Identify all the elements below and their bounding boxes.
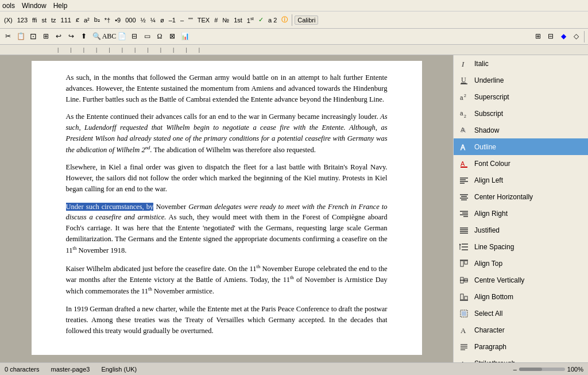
menu-item-align-top[interactable]: Align Top xyxy=(454,255,588,272)
paragraph-icon xyxy=(458,341,470,353)
tb2-grid[interactable]: ⊞ xyxy=(532,31,544,42)
menu-item-centre-v[interactable]: Centre Vertically xyxy=(454,272,588,288)
tb2-search[interactable]: 🔍 xyxy=(91,31,102,42)
tb2-special2[interactable]: ⊠ xyxy=(167,31,178,42)
menu-item-underline[interactable]: U Underline xyxy=(454,72,588,88)
tb-star[interactable]: *† xyxy=(103,16,112,24)
menu-item-italic[interactable]: I Italic xyxy=(454,55,588,72)
tb-hash[interactable]: # xyxy=(212,16,219,24)
tb2-redo[interactable]: ↪ xyxy=(65,31,77,42)
tb-x[interactable]: (X) xyxy=(2,16,14,24)
menu-item-outline[interactable]: A Outline xyxy=(454,138,588,155)
menu-item-align-right[interactable]: Align Right xyxy=(454,205,588,222)
menu-item-align-left[interactable]: Align Left xyxy=(454,172,588,188)
tb-st[interactable]: st xyxy=(40,16,48,24)
svg-marker-32 xyxy=(459,243,461,245)
toolbar-1: (X) 123 ffi st tz 111 ȼ a² b₂ *† •9 000 … xyxy=(0,11,588,29)
tb2-spell[interactable]: ABC xyxy=(103,31,115,42)
tb2-chart[interactable]: 📊 xyxy=(179,31,191,42)
menu-window[interactable]: Window xyxy=(22,2,47,10)
svg-rect-43 xyxy=(462,311,466,316)
tb2-insert[interactable]: 📄 xyxy=(116,31,127,42)
tb-1st[interactable]: 1st xyxy=(232,16,244,24)
tb2-color[interactable]: ◆ xyxy=(558,31,569,42)
toolbar-sep-1 xyxy=(292,14,292,26)
strikethrough-label: Strikethrough xyxy=(474,359,583,363)
status-chars: 0 characters xyxy=(5,366,40,373)
menu-item-align-bottom[interactable]: Align Bottom xyxy=(454,288,588,305)
tb-half[interactable]: ½ xyxy=(139,16,148,24)
tb2-scissors[interactable]: ✂ xyxy=(2,31,14,42)
tb2-frame[interactable]: ▭ xyxy=(141,31,153,42)
menu-item-font-colour[interactable]: A Font Colour xyxy=(454,155,588,172)
line-spacing-label: Line Spacing xyxy=(474,243,583,251)
tb-quotes[interactable]: "" xyxy=(187,16,195,24)
tb-dash[interactable]: – xyxy=(179,16,185,24)
tb2-fill[interactable]: ◇ xyxy=(570,31,582,42)
paragraph-5: Kaiser Wilhelm abdicated just before the… xyxy=(66,263,388,297)
italic-icon: I xyxy=(458,58,470,69)
tb-bullet9[interactable]: •9 xyxy=(113,16,122,24)
menu-item-line-spacing[interactable]: Line Spacing xyxy=(454,238,588,255)
tb2-grid2[interactable]: ⊟ xyxy=(545,31,556,42)
tb-1st-sup[interactable]: 1st xyxy=(245,16,256,25)
menu-item-shadow[interactable]: A A Shadow xyxy=(454,122,588,138)
menu-item-paragraph[interactable]: Paragraph xyxy=(454,338,588,355)
svg-text:a: a xyxy=(460,110,463,117)
tb2-copy[interactable]: 📋 xyxy=(15,31,26,42)
tb-quarter[interactable]: ¼ xyxy=(149,16,157,24)
tb-a2[interactable]: a² xyxy=(82,16,91,24)
tb-0[interactable]: ø xyxy=(158,16,166,24)
tb-check[interactable]: ✓ xyxy=(257,16,265,24)
tb-b2[interactable]: b₂ xyxy=(92,16,102,24)
menu-item-select-all[interactable]: Select All xyxy=(454,305,588,322)
menu-item-justified[interactable]: Justified xyxy=(454,222,588,238)
tb-font-name[interactable]: Calibri xyxy=(295,16,318,25)
justified-label: Justified xyxy=(474,226,583,234)
tb-000[interactable]: 000 xyxy=(123,16,137,24)
outline-icon: A xyxy=(458,141,470,153)
tb-111[interactable]: 111 xyxy=(59,16,73,24)
italic-label: Italic xyxy=(474,60,583,68)
superscript-icon: a 2 xyxy=(458,91,470,103)
tb-ffi[interactable]: ffi xyxy=(30,16,38,24)
center-h-icon xyxy=(458,191,470,203)
menu-item-character[interactable]: A Character xyxy=(454,322,588,338)
paragraph-1: As such, in the months that followed the… xyxy=(66,72,388,105)
menu-tools[interactable]: ools xyxy=(2,2,15,10)
tb2-table[interactable]: ⊟ xyxy=(129,31,140,42)
tb-info[interactable]: ⓘ xyxy=(280,15,289,25)
underline-icon: U xyxy=(458,75,470,86)
tb-tz[interactable]: tz xyxy=(49,16,58,24)
menu-item-center-h[interactable]: Center Horizontally xyxy=(454,188,588,205)
subscript-label: Subscript xyxy=(474,110,583,118)
font-colour-icon: A xyxy=(458,158,470,169)
justified-icon xyxy=(458,225,470,236)
document-area[interactable]: As such, in the months that followed the… xyxy=(0,55,453,362)
align-left-label: Align Left xyxy=(474,176,583,184)
tb-tex[interactable]: TEX xyxy=(196,16,211,24)
tb2-special[interactable]: Ω xyxy=(154,31,165,42)
menu-bar: ools Window Help xyxy=(0,0,588,11)
zoom-bar[interactable] xyxy=(519,368,565,371)
paragraph-label: Paragraph xyxy=(474,343,583,351)
tb2-undo[interactable]: ↩ xyxy=(53,31,64,42)
tb-no[interactable]: № xyxy=(220,16,231,24)
tb-dash1[interactable]: –1 xyxy=(167,16,177,24)
tb2-paste[interactable]: ⊡ xyxy=(28,31,39,42)
menu-item-subscript[interactable]: a 2 Subscript xyxy=(454,105,588,122)
tb-c[interactable]: ȼ xyxy=(74,16,81,24)
svg-text:A: A xyxy=(461,126,465,133)
menu-item-strikethrough[interactable]: A Strikethrough xyxy=(454,355,588,362)
paragraph-6: In 1919 German drafted a new charter, wh… xyxy=(66,304,388,336)
tb2-nav[interactable]: ⬆ xyxy=(78,31,90,42)
menu-item-superscript[interactable]: a 2 Superscript xyxy=(454,88,588,105)
tb-a2-2[interactable]: a 2 xyxy=(266,16,278,24)
tb2-format[interactable]: ⊞ xyxy=(40,31,52,42)
menu-help[interactable]: Help xyxy=(53,2,68,10)
tb-123[interactable]: 123 xyxy=(16,16,29,24)
align-top-label: Align Top xyxy=(474,260,583,268)
align-left-icon xyxy=(458,175,470,186)
status-zoom-label: – xyxy=(513,366,517,373)
center-h-label: Center Horizontally xyxy=(474,193,583,201)
